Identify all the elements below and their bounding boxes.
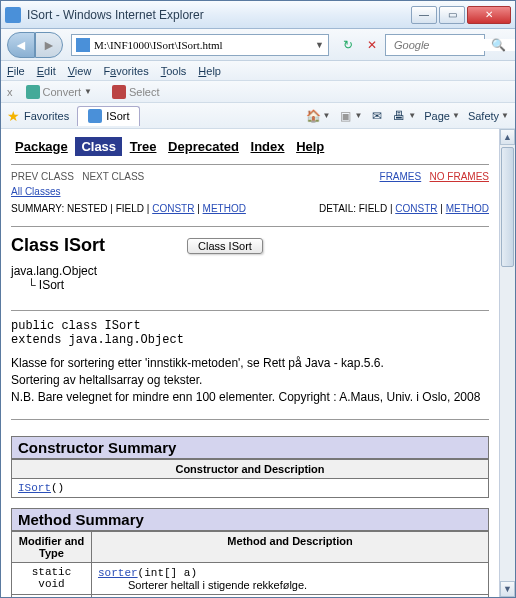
select-icon (112, 85, 126, 99)
menu-view[interactable]: View (68, 65, 92, 77)
page-icon (76, 38, 90, 52)
convert-button[interactable]: Convert ▼ (19, 83, 99, 101)
address-input[interactable] (94, 39, 311, 51)
method-row: static voidsorter(int[] a)Sorterer helta… (12, 563, 489, 595)
tab-page-icon (88, 109, 102, 123)
nav-deprecated[interactable]: Deprecated (164, 137, 243, 156)
convert-icon (26, 85, 40, 99)
summary-constr-link[interactable]: CONSTR (152, 203, 194, 214)
rss-icon: ▣ (338, 109, 352, 123)
summary-label: SUMMARY: (11, 203, 64, 214)
class-box-button[interactable]: Class ISort (187, 238, 263, 254)
method-link[interactable]: sorter (98, 567, 138, 579)
menu-help[interactable]: Help (198, 65, 221, 77)
nav-index[interactable]: Index (247, 137, 289, 156)
search-box[interactable] (385, 34, 485, 56)
page-content: Package Class Tree Deprecated Index Help… (1, 129, 499, 597)
detail-constr-link[interactable]: CONSTR (395, 203, 437, 214)
class-signature: public class ISort extends java.lang.Obj… (11, 319, 489, 347)
class-desc-2: Sortering av heltallsarray og tekster. (11, 372, 489, 389)
scroll-track[interactable] (500, 145, 515, 581)
constructor-sig: () (51, 482, 64, 494)
menu-tools[interactable]: Tools (161, 65, 187, 77)
convert-label: Convert (43, 86, 82, 98)
summary-field: FIELD (116, 203, 144, 214)
browser-tab[interactable]: ISort (77, 106, 140, 126)
page-menu[interactable]: Page ▼ (424, 110, 460, 122)
method-col-modifier: Modifier and Type (12, 532, 92, 563)
nav-class: Class (75, 137, 122, 156)
convert-toolbar: x Convert ▼ Select (1, 81, 515, 103)
favorites-bar: ★ Favorites ISort 🏠▼ ▣▼ ✉ 🖶▼ Page ▼ Safe… (1, 103, 515, 129)
print-button[interactable]: 🖶▼ (392, 109, 416, 123)
feeds-button[interactable]: ▣▼ (338, 109, 362, 123)
method-description: Sorterer heltall i stigende rekkefølge. (128, 579, 482, 591)
print-icon: 🖶 (392, 109, 406, 123)
nav-tree[interactable]: Tree (126, 137, 161, 156)
menu-bar: File Edit View Favorites Tools Help (1, 61, 515, 81)
select-button[interactable]: Select (105, 83, 167, 101)
constructor-summary-table: Constructor and Description ISort() (11, 459, 489, 498)
command-bar: 🏠▼ ▣▼ ✉ 🖶▼ Page ▼ Safety ▼ (307, 109, 510, 123)
menu-file[interactable]: File (7, 65, 25, 77)
tab-title: ISort (106, 110, 129, 122)
noframes-link[interactable]: NO FRAMES (430, 171, 489, 182)
detail-field: FIELD (359, 203, 387, 214)
constructor-col-header: Constructor and Description (12, 460, 489, 479)
minimize-button[interactable]: — (411, 6, 437, 24)
method-summary-table: Modifier and Type Method and Description… (11, 531, 489, 597)
stop-button[interactable]: ✕ (361, 34, 383, 56)
maximize-button[interactable]: ▭ (439, 6, 465, 24)
all-classes-link[interactable]: All Classes (11, 186, 60, 197)
select-label: Select (129, 86, 160, 98)
home-button[interactable]: 🏠▼ (307, 109, 331, 123)
favorites-label[interactable]: Favorites (24, 110, 69, 122)
method-cell: sorter(java.lang.String[] a)Sorterer Str… (92, 595, 489, 597)
detail-method-link[interactable]: METHOD (446, 203, 489, 214)
scroll-up-button[interactable]: ▲ (500, 129, 515, 145)
scroll-down-button[interactable]: ▼ (500, 581, 515, 597)
menu-favorites[interactable]: Favorites (103, 65, 148, 77)
address-bar[interactable]: ▼ (71, 34, 329, 56)
method-col-desc: Method and Description (92, 532, 489, 563)
nav-help[interactable]: Help (292, 137, 328, 156)
prev-class: PREV CLASS (11, 171, 74, 182)
summary-method-link[interactable]: METHOD (203, 203, 246, 214)
toolbar-x[interactable]: x (7, 86, 13, 98)
class-desc-3: N.B. Bare velegnet for mindre enn 100 el… (11, 389, 489, 406)
chevron-down-icon: ▼ (84, 87, 92, 96)
safety-menu[interactable]: Safety ▼ (468, 110, 509, 122)
nav-package[interactable]: Package (11, 137, 72, 156)
search-button[interactable]: 🔍 (487, 34, 509, 56)
address-dropdown-icon[interactable]: ▼ (315, 40, 324, 50)
method-summary-header: Method Summary (11, 508, 489, 531)
mail-icon: ✉ (370, 109, 384, 123)
summary-nested: NESTED (67, 203, 108, 214)
home-icon: 🏠 (307, 109, 321, 123)
close-button[interactable]: ✕ (467, 6, 511, 24)
constructor-summary-header: Constructor Summary (11, 436, 489, 459)
scroll-thumb[interactable] (501, 147, 514, 267)
method-signature: (int[] a) (138, 567, 197, 579)
refresh-button[interactable]: ↻ (337, 34, 359, 56)
forward-button[interactable]: ► (35, 32, 63, 58)
constructor-link[interactable]: ISort (18, 482, 51, 494)
detail-label: DETAIL: (319, 203, 356, 214)
menu-edit[interactable]: Edit (37, 65, 56, 77)
readmail-button[interactable]: ✉ (370, 109, 384, 123)
inheritance-self: ISort (39, 278, 64, 292)
class-desc-1: Klasse for sortering etter 'innstikk-met… (11, 355, 489, 372)
window-titlebar: ISort - Windows Internet Explorer — ▭ ✕ (1, 1, 515, 29)
method-modifier: static void (12, 563, 92, 595)
back-button[interactable]: ◄ (7, 32, 35, 58)
method-row: static voidsorter(java.lang.String[] a)S… (12, 595, 489, 597)
frames-link[interactable]: FRAMES (380, 171, 422, 182)
javadoc-nav: Package Class Tree Deprecated Index Help (11, 139, 489, 154)
inheritance-super: java.lang.Object (11, 264, 97, 278)
favorites-star-icon[interactable]: ★ (7, 108, 20, 124)
method-modifier: static void (12, 595, 92, 597)
address-bar-row: ◄ ► ▼ ↻ ✕ 🔍 (1, 29, 515, 61)
vertical-scrollbar[interactable]: ▲ ▼ (499, 129, 515, 597)
method-cell: sorter(int[] a)Sorterer heltall i stigen… (92, 563, 489, 595)
next-class: NEXT CLASS (82, 171, 144, 182)
